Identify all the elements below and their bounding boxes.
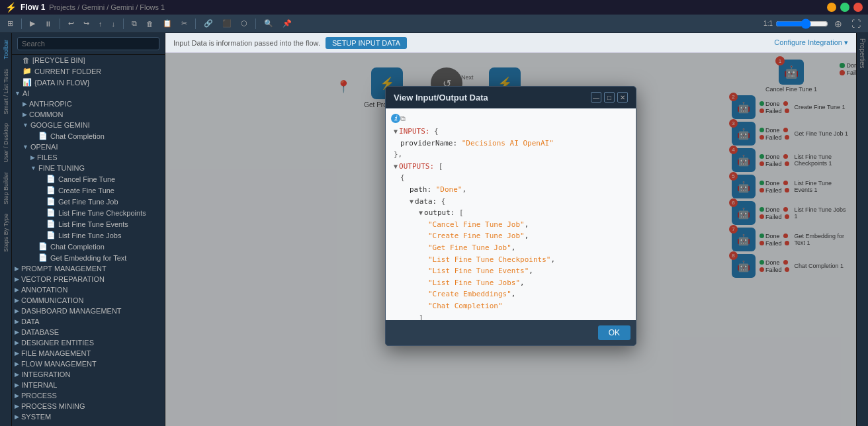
tree-item-0[interactable]: 🗑[RECYCLE BIN] [12,55,165,65]
maximize-button[interactable] [840,3,849,12]
side-tab-steps-by-type[interactable]: Steps By Type [1,210,11,256]
tree-item-1[interactable]: 📁CURRENT FOLDER [12,65,165,77]
tree-item-17[interactable]: 📄Chat Completion [12,241,165,252]
toolbar-grid-btn[interactable]: ⊞ [4,18,17,29]
tree-label-8: OPENAI [30,143,58,151]
canvas-area[interactable]: Input Data is information passed into th… [165,33,856,426]
tree-item-27[interactable]: ▶FILE MANAGEMENT [12,348,165,359]
modal-minimize-btn[interactable]: — [591,92,601,103]
tree-item-14[interactable]: 📄List Fine Tune Checkpoints [12,207,165,218]
toolbar-fit-btn[interactable]: ⊕ [831,17,846,30]
tree-item-9[interactable]: ▶FILES [12,152,165,163]
toolbar-fullscreen-btn[interactable]: ⛶ [848,17,864,30]
tree-label-1: CURRENT FOLDER [34,67,101,75]
tree-item-18[interactable]: 📄Get Embedding for Text [12,252,165,263]
tree-icon-17: 📄 [38,242,48,251]
tree-label-25: DATABASE [21,328,59,336]
tree-item-11[interactable]: 📄Cancel Fine Tune [12,173,165,185]
tree-item-2[interactable]: 📊{DATA IN FLOW} [12,77,165,88]
code-outputs: ▼OUTPUTS: [ [391,161,630,173]
close-button[interactable] [853,3,863,12]
tree-label-17: Chat Completion [50,243,105,251]
toolbar-undo-btn[interactable]: ↩ [65,18,77,29]
toolbar-zoom-btn[interactable]: 🔍 [261,18,277,29]
tree-icon-1: 📁 [22,67,32,75]
tree-item-19[interactable]: ▶PROMPT MANAGEMENT [12,263,165,274]
tree-item-4[interactable]: ▶ANTHROPIC [12,99,165,109]
toolbar-cut-btn[interactable]: ✂ [178,18,191,29]
tree-item-33[interactable]: ▶SYSTEM [12,411,165,422]
zoom-slider[interactable] [775,19,828,29]
tree-item-12[interactable]: 📄Create Fine Tune [12,185,165,196]
toolbar: ⊞ ▶ ⏸ ↩ ↪ ↑ ↓ ⧉ 🗑 📋 ✂ 🔗 ⬛ ⬡ 🔍 📌 1:1 ⊕ ⛶ [0,15,868,33]
toolbar-play-btn[interactable]: ▶ [26,18,38,29]
toolbar-pin-btn[interactable]: 📌 [279,18,295,29]
tree-item-32[interactable]: ▶PROCESS MINING [12,401,165,411]
tree-arrow-10: ▼ [30,165,36,171]
tree-item-16[interactable]: 📄List Fine Tune Jobs [12,230,165,241]
tree-item-21[interactable]: ▶ANNOTATION [12,284,165,295]
modal-close-btn[interactable]: ✕ [617,92,628,103]
tree-item-24[interactable]: ▶DATA [12,316,165,327]
tree-item-5[interactable]: ▶COMMON [12,109,165,120]
tree-item-3[interactable]: ▼AI [12,88,165,99]
search-input[interactable] [17,37,159,50]
side-tab-smart-list[interactable]: Smart / List Tests [1,65,11,118]
tree-icon-2: 📊 [22,78,32,87]
setup-input-data-button[interactable]: SETUP INPUT DATA [326,37,407,49]
toolbar-sep-3 [123,19,124,29]
tree-item-29[interactable]: ▶INTEGRATION [12,369,165,380]
configure-integration-button[interactable]: Configure Integration ▾ [774,38,848,47]
toolbar-redo-btn[interactable]: ↪ [80,18,93,29]
main-layout: Toolbar Smart / List Tests User / Deskto… [0,33,868,426]
tree-label-30: INTERNAL [21,381,57,389]
toolbar-shape-btn[interactable]: ⬛ [219,18,235,29]
tree-item-28[interactable]: ▶FLOW MANAGEMENT [12,359,165,369]
tree-item-8[interactable]: ▼OPENAI [12,142,165,152]
tree-arrow-29: ▶ [15,371,19,378]
tree-arrow-28: ▶ [15,361,19,367]
properties-tab[interactable]: Properties [856,33,868,426]
tree-item-20[interactable]: ▶VECTOR PREPARATION [12,274,165,284]
tree-item-7[interactable]: 📄Chat Completion [12,130,165,142]
toolbar-delete-btn[interactable]: 🗑 [143,19,157,29]
tree-arrow-22: ▶ [15,297,19,304]
toolbar-up-btn[interactable]: ↑ [95,19,106,29]
modal-ok-button[interactable]: OK [598,325,630,340]
tree-item-31[interactable]: ▶PROCESS [12,390,165,401]
tree-item-15[interactable]: 📄List Fine Tune Events [12,218,165,230]
side-tab-user-desktop[interactable]: User / Desktop [1,119,11,167]
tree-item-26[interactable]: ▶DESIGNER ENTITIES [12,337,165,348]
modal-controls: — □ ✕ [591,92,628,103]
info-icon: i [391,114,400,123]
side-tab-toolbar[interactable]: Toolbar [1,36,11,64]
tree-item-25[interactable]: ▶DATABASE [12,327,165,337]
toolbar-link-btn[interactable]: 🔗 [200,18,216,29]
tree-item-30[interactable]: ▶INTERNAL [12,380,165,390]
tree-item-22[interactable]: ▶COMMUNICATION [12,295,165,306]
minimize-button[interactable] [827,3,836,12]
tree-item-23[interactable]: ▶DASHBOARD MANAGEMENT [12,306,165,316]
tree-arrow-32: ▶ [15,403,19,409]
toolbar-copy-btn[interactable]: ⧉ [128,18,140,29]
tree-label-13: Get Fine Tune Job [58,198,118,206]
tree-item-6[interactable]: ▼GOOGLE GEMINI [12,120,165,130]
tree-arrow-33: ▶ [15,413,19,420]
modal-overlay: View Input/Output Data — □ ✕ i ⧉ [165,53,856,426]
toolbar-pause-btn[interactable]: ⏸ [41,19,55,29]
toolbar-hex-btn[interactable]: ⬡ [238,18,251,29]
tree-item-13[interactable]: 📄Get Fine Tune Job [12,196,165,207]
side-tab-step-builder[interactable]: Step Builder [1,168,11,208]
input-data-info: Input Data is information passed into th… [173,39,320,47]
modal-maximize-btn[interactable]: □ [604,92,615,103]
tree-label-28: FLOW MANAGEMENT [21,360,97,368]
tree-label-33: SYSTEM [21,413,51,421]
tree-arrow-27: ▶ [15,350,19,357]
toolbar-down-btn[interactable]: ↓ [108,19,119,29]
copy-icon[interactable]: ⧉ [400,114,406,123]
tree-arrow-26: ▶ [15,339,19,346]
code-item-3: "Get Fine Tune Job", [391,242,630,254]
toolbar-paste-btn[interactable]: 📋 [159,18,175,29]
tree-item-10[interactable]: ▼FINE TUNING [12,163,165,173]
breadcrumb: Projects / Gemini / Gemini / Flows 1 [49,3,165,11]
